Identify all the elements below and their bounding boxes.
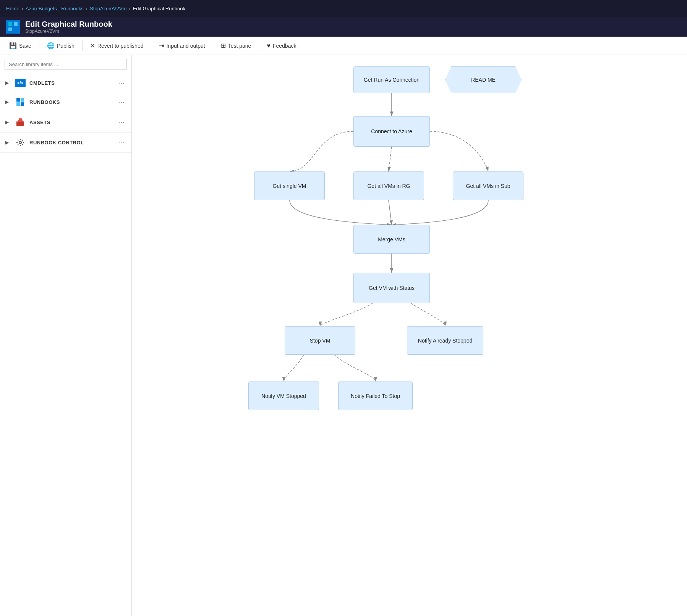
sidebar-item-runbook-control[interactable]: ▶ RUNBOOK CONTROL ··· (0, 133, 131, 153)
svg-rect-0 (8, 22, 12, 26)
test-pane-label: Test pane (228, 43, 251, 49)
control-more-icon[interactable]: ··· (117, 139, 126, 147)
runbooks-arrow-icon: ▶ (5, 99, 9, 105)
flow-arrows (132, 55, 552, 590)
cmdlets-more-icon[interactable]: ··· (117, 79, 126, 87)
save-icon: 💾 (9, 42, 17, 49)
assets-arrow-icon: ▶ (5, 120, 9, 125)
main-layout: ▶ </> CMDLETS ··· ▶ RUNBOOKS ··· (0, 55, 687, 616)
test-pane-icon: ⊞ (221, 42, 226, 49)
sidebar-items: ▶ </> CMDLETS ··· ▶ RUNBOOKS ··· (0, 74, 131, 616)
svg-point-11 (19, 141, 21, 144)
node-get-all-vms-sub[interactable]: Get all VMs in Sub (453, 171, 523, 200)
canvas-inner: Get Run As Connection READ ME Connect to… (132, 55, 552, 590)
assets-more-icon[interactable]: ··· (117, 118, 126, 126)
control-arrow-icon: ▶ (5, 140, 9, 145)
assets-icon (15, 117, 26, 128)
node-get-run-as[interactable]: Get Run As Connection (353, 66, 430, 93)
breadcrumb: Home › AzureBudgets - Runbooks › StopAzu… (6, 6, 185, 11)
feedback-button[interactable]: ♥ Feedback (262, 40, 301, 52)
node-get-single-vm[interactable]: Get single VM (254, 171, 325, 200)
svg-rect-3 (14, 27, 18, 31)
svg-line-15 (389, 200, 392, 225)
title-text: Edit Graphical Runbook StopAzureV2Vm (25, 20, 112, 34)
top-bar: Home › AzureBudgets - Runbooks › StopAzu… (0, 0, 687, 17)
revert-icon: ✕ (90, 42, 95, 49)
feedback-label: Feedback (273, 43, 296, 49)
node-stop-vm[interactable]: Stop VM (285, 326, 355, 355)
page-subtitle: StopAzureV2Vm (25, 29, 112, 34)
assets-label: ASSETS (29, 120, 50, 125)
node-notify-failed-to-stop[interactable]: Notify Failed To Stop (338, 382, 413, 410)
svg-rect-10 (19, 118, 22, 120)
sidebar-item-assets[interactable]: ▶ ASSETS ··· (0, 112, 131, 133)
node-notify-already-stopped[interactable]: Notify Already Stopped (407, 326, 483, 355)
breadcrumb-runbook[interactable]: StopAzureV2Vm (90, 6, 126, 11)
node-connect-azure[interactable]: Connect to Azure (353, 116, 430, 147)
svg-rect-6 (16, 102, 20, 106)
svg-rect-4 (16, 98, 20, 102)
node-notify-vm-stopped[interactable]: Notify VM Stopped (248, 382, 319, 410)
runbook-svg-icon (8, 21, 18, 32)
input-output-label: Input and output (166, 43, 205, 49)
cmdlets-icon: </> (15, 79, 26, 87)
sidebar-item-cmdlets[interactable]: ▶ </> CMDLETS ··· (0, 74, 131, 92)
save-button[interactable]: 💾 Save (5, 40, 36, 52)
runbook-icon (6, 20, 20, 34)
search-box (0, 55, 131, 74)
svg-rect-7 (21, 102, 24, 106)
publish-label: Publish (57, 43, 75, 49)
breadcrumb-current: Edit Graphical Runbook (133, 6, 185, 11)
svg-rect-2 (8, 27, 12, 31)
title-bar: Edit Graphical Runbook StopAzureV2Vm (0, 17, 687, 37)
node-read-me[interactable]: READ ME (445, 66, 522, 93)
toolbar-separator-1 (39, 40, 39, 51)
node-merge-vms[interactable]: Merge VMs (353, 225, 430, 254)
search-input[interactable] (5, 59, 127, 70)
runbooks-icon (15, 97, 26, 107)
test-pane-button[interactable]: ⊞ Test pane (216, 40, 256, 52)
canvas[interactable]: Get Run As Connection READ ME Connect to… (132, 55, 687, 616)
toolbar-separator-2 (82, 40, 83, 51)
revert-label: Revert to published (97, 43, 144, 49)
cmdlets-arrow-icon: ▶ (5, 80, 9, 86)
control-label: RUNBOOK CONTROL (29, 140, 84, 146)
toolbar-separator-5 (259, 40, 259, 51)
page-title: Edit Graphical Runbook (25, 20, 112, 29)
breadcrumb-runbooks[interactable]: AzureBudgets - Runbooks (26, 6, 84, 11)
toolbar: 💾 Save 🌐 Publish ✕ Revert to published ⇥… (0, 37, 687, 55)
sidebar-item-runbooks[interactable]: ▶ RUNBOOKS ··· (0, 92, 131, 112)
node-get-all-vms-rg[interactable]: Get all VMs in RG (353, 171, 424, 200)
runbooks-more-icon[interactable]: ··· (117, 98, 126, 106)
cmdlets-label: CMDLETS (29, 80, 55, 86)
svg-rect-5 (21, 98, 24, 102)
sidebar: ▶ </> CMDLETS ··· ▶ RUNBOOKS ··· (0, 55, 132, 616)
save-label: Save (19, 43, 31, 49)
breadcrumb-home[interactable]: Home (6, 6, 19, 11)
runbooks-label: RUNBOOKS (29, 99, 60, 105)
svg-rect-1 (14, 22, 18, 26)
feedback-icon: ♥ (267, 42, 271, 49)
publish-icon: 🌐 (47, 42, 55, 49)
input-output-icon: ⇥ (159, 42, 164, 49)
control-icon (15, 137, 26, 148)
revert-button[interactable]: ✕ Revert to published (86, 40, 148, 52)
toolbar-separator-3 (151, 40, 151, 51)
publish-button[interactable]: 🌐 Publish (42, 40, 79, 52)
input-output-button[interactable]: ⇥ Input and output (154, 40, 209, 52)
toolbar-separator-4 (213, 40, 213, 51)
node-get-vm-status[interactable]: Get VM with Status (353, 273, 430, 303)
